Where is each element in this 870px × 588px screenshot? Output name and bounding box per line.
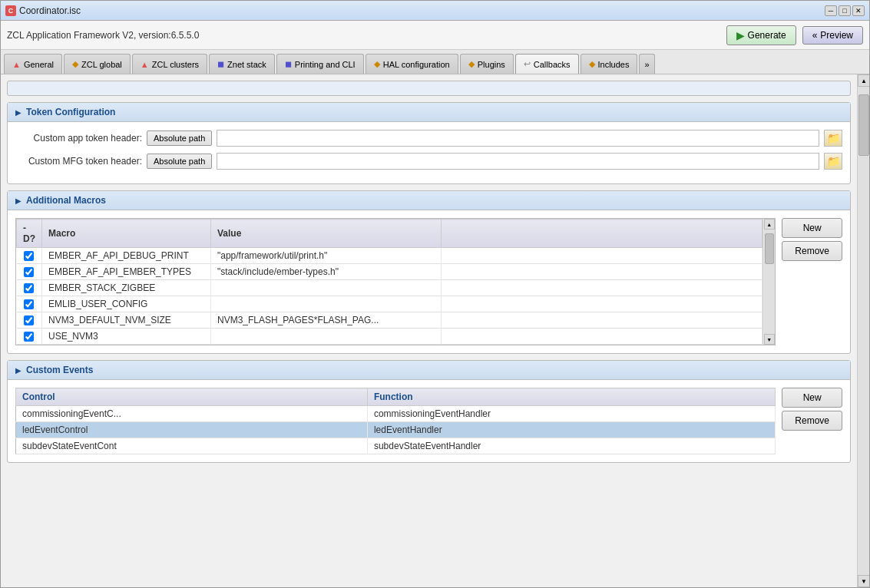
tab-callbacks[interactable]: ↩ Callbacks [515,54,579,74]
content-area: ▶ Token Configuration Custom app token h… [1,74,869,587]
printing-cli-label: Printing and CLI [295,60,356,69]
row-1-extra [442,248,762,264]
events-expand-icon: ▶ [15,366,22,375]
title-bar: C Coordinator.isc ─ □ ✕ [1,1,869,21]
window-title: Coordinator.isc [19,5,825,16]
event-1-control: commissioningEventC... [16,406,368,422]
event-row[interactable]: subdevStateEventCont subdevStateEventHan… [16,438,776,454]
scrollbar-thumb[interactable] [858,94,869,156]
row-2-check[interactable] [17,264,42,280]
app-icon: C [5,5,16,16]
toolbar: ZCL Application Framework V2, version:6.… [1,21,869,50]
token-config-section: ▶ Token Configuration Custom app token h… [7,102,851,184]
callbacks-icon: ↩ [524,59,531,69]
table-row: NVM3_DEFAULT_NVM_SIZE NVM3_FLASH_PAGES*F… [17,312,762,329]
minimize-button[interactable]: ─ [825,5,837,16]
row-5-check[interactable] [17,312,42,329]
events-new-button[interactable]: New [782,388,842,408]
custom-events-header[interactable]: ▶ Custom Events [8,361,850,380]
main-scroll-content: ▶ Token Configuration Custom app token h… [1,74,857,587]
row-1-macro: EMBER_AF_API_DEBUG_PRINT [42,248,211,264]
top-partial-section [7,81,851,96]
row-4-check[interactable] [17,296,42,312]
mfg-token-input[interactable] [217,153,819,170]
token-config-title: Token Configuration [26,107,115,117]
tab-includes[interactable]: ◆ Includes [581,54,638,74]
bottom-spacer [7,469,851,484]
general-tab-label: General [24,60,54,69]
row-1-check[interactable] [17,248,42,264]
macros-expand-icon: ▶ [15,197,22,205]
tab-plugins[interactable]: ◆ Plugins [460,54,514,74]
col-function-header: Function [367,388,775,406]
event-row[interactable]: ledEventControl ledEventHandler [16,422,776,438]
tab-znet-stack[interactable]: ◼ Znet stack [209,54,275,74]
zcl-global-icon: ◆ [72,59,78,69]
tab-zcl-global[interactable]: ◆ ZCL global [64,54,131,74]
macros-table: -D? Macro Value EMBER_AF_A [16,219,762,345]
right-scrollbar: ▲ ▼ [857,74,869,587]
tab-zcl-clusters[interactable]: ▲ ZCL clusters [132,54,207,74]
macros-new-button[interactable]: New [782,218,842,238]
app-token-input[interactable] [217,130,819,147]
title-bar-controls: ─ □ ✕ [825,5,865,16]
events-content: Control Function commissioningEventC... … [8,380,850,462]
additional-macros-title: Additional Macros [26,195,106,206]
additional-macros-header[interactable]: ▶ Additional Macros [8,191,850,210]
main-window: C Coordinator.isc ─ □ ✕ ZCL Application … [0,0,870,588]
row-4-macro: EMLIB_USER_CONFIG [42,296,211,312]
token-config-content: Custom app token header: Absolute path 📁… [8,122,850,183]
tab-printing-cli[interactable]: ◼ Printing and CLI [276,54,364,74]
macros-table-wrapper: -D? Macro Value EMBER_AF_A [15,218,776,345]
folder-icon-2: 📁 [827,155,840,167]
event-row[interactable]: commissioningEventC... commissioningEven… [16,406,776,422]
tab-hal-config[interactable]: ◆ HAL configuration [366,54,458,74]
tab-more[interactable]: » [639,54,654,74]
event-2-control: ledEventControl [16,422,368,438]
macro-table-scrollbar: ▲ ▼ [762,219,775,345]
hal-config-icon: ◆ [374,59,380,69]
row-2-extra [442,264,762,280]
scroll-down-button[interactable]: ▼ [858,575,869,587]
row-1-value: "app/framework/util/print.h" [211,248,442,264]
row-2-value: "stack/include/ember-types.h" [211,264,442,280]
mfg-token-browse-button[interactable]: 📁 [824,153,842,170]
macros-remove-button[interactable]: Remove [782,241,842,261]
app-token-browse-button[interactable]: 📁 [824,130,842,147]
events-table-area: Control Function commissioningEventC... … [15,388,776,454]
mfg-token-label: Custom MFG token header: [15,156,142,167]
maximize-button[interactable]: □ [839,5,851,16]
table-row: EMLIB_USER_CONFIG [17,296,762,312]
row-3-check[interactable] [17,280,42,296]
tab-general[interactable]: ▲ General [4,54,62,74]
zcl-clusters-icon: ▲ [141,60,149,69]
macro-scroll-down[interactable]: ▼ [764,334,775,345]
mfg-token-absolute-path-button[interactable]: Absolute path [147,154,212,169]
macro-scroll-up[interactable]: ▲ [764,219,775,230]
col-define-header: -D? [17,220,42,248]
custom-events-title: Custom Events [26,365,93,375]
col-control-header: Control [16,388,368,406]
preview-button[interactable]: « Preview [802,26,863,45]
callbacks-label: Callbacks [534,60,571,69]
token-config-header[interactable]: ▶ Token Configuration [8,103,850,122]
col-empty-header [442,220,762,248]
printing-cli-icon: ◼ [285,59,292,69]
macro-scroll-thumb[interactable] [765,233,774,264]
app-token-absolute-path-button[interactable]: Absolute path [147,130,212,146]
events-remove-button[interactable]: Remove [782,411,842,431]
includes-icon: ◆ [589,59,595,69]
row-4-extra [442,296,762,312]
scroll-up-button[interactable]: ▲ [858,74,869,87]
row-6-extra [442,329,762,345]
macro-scroll-track [764,230,775,334]
generate-label: Generate [748,30,786,41]
table-row: EMBER_AF_API_DEBUG_PRINT "app/framework/… [17,248,762,264]
generate-button[interactable]: ▶ Generate [726,25,796,45]
app-token-label: Custom app token header: [15,133,142,144]
row-4-value [211,296,442,312]
table-row: EMBER_AF_API_EMBER_TYPES "stack/include/… [17,264,762,280]
close-button[interactable]: ✕ [852,5,865,16]
mfg-token-row: Custom MFG token header: Absolute path 📁 [15,153,842,170]
row-6-check[interactable] [17,329,42,345]
